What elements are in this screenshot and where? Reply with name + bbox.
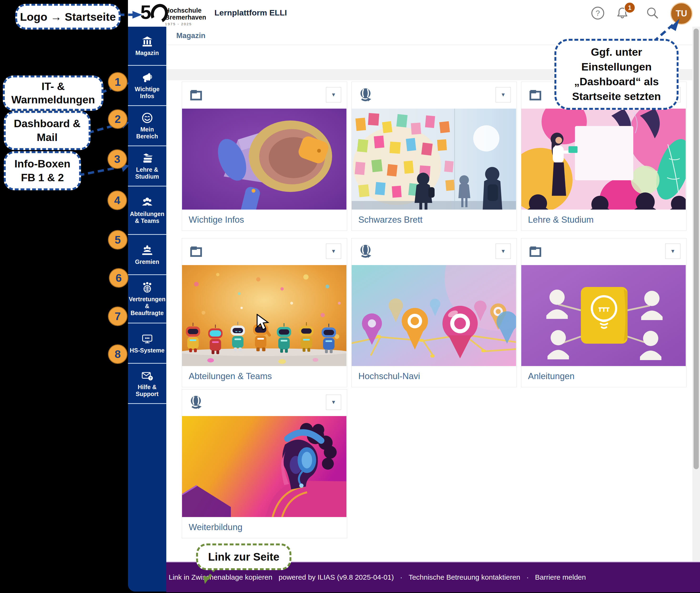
logo-50-number: 5 — [140, 3, 150, 22]
tile-actions-dropdown[interactable]: ▼ — [495, 87, 511, 103]
tile-weiterbildung: ▼ Weiterbildung — [182, 389, 347, 538]
sidebar-item-magazin[interactable]: Magazin — [128, 27, 166, 66]
callout-dashboard-startseite: Ggf. unter Einstellungen „Dashboard“ als… — [554, 39, 678, 110]
tile-image-presentation[interactable] — [521, 109, 686, 209]
tile-actions-dropdown[interactable]: ▼ — [326, 87, 341, 103]
footer-support-link[interactable]: Technische Betreuung kontaktieren — [409, 573, 520, 581]
callout-link-zur-seite: Link zur Seite — [196, 544, 291, 570]
tile-title-link[interactable]: Hochschul-Navi — [352, 366, 517, 387]
sidebar-item-label: Wichtige Infos — [128, 86, 166, 100]
sidebar-item-vertretungen-beauftragte[interactable]: Vertretungen & Beauftragte — [128, 275, 166, 323]
sidebar: Magazin Wichtige Infos Mein Bereich Lehr… — [128, 27, 166, 592]
tile-title-link[interactable]: Weiterbildung — [182, 517, 347, 538]
sidebar-item-label: Hilfe & Support — [128, 384, 166, 397]
sidebar-item-abteilungen-teams[interactable]: Abteilungen & Teams — [128, 187, 166, 235]
sidebar-item-lehre-studium[interactable]: Lehre & Studium — [128, 146, 166, 187]
logo-line2: Bremerhaven — [165, 14, 206, 21]
annotation-badge-8: 8 — [108, 344, 127, 364]
callout-it-warnmeldungen: IT- & Warnmeldungen — [3, 76, 103, 111]
sidebar-item-hs-systeme[interactable]: HS-Systeme — [128, 323, 166, 364]
mail-question-icon: ? — [141, 369, 153, 382]
globe-people-icon — [141, 281, 153, 294]
notification-count-badge: 1 — [624, 2, 635, 13]
annotation-badge-1: 1 — [108, 72, 127, 92]
footer-separator: · — [400, 573, 402, 581]
annotation-badge-2: 2 — [108, 109, 127, 129]
tile-image-robots[interactable] — [182, 265, 346, 366]
megaphone-icon — [141, 72, 153, 84]
tile-title-link[interactable]: Schwarzes Brett — [352, 209, 517, 230]
folder-icon — [189, 87, 204, 103]
tile-actions-dropdown[interactable]: ▼ — [495, 244, 511, 259]
help-icon[interactable]: ? — [591, 6, 605, 20]
sidebar-item-gremien[interactable]: Gremien — [128, 235, 166, 275]
callout-dashboard-mail: Dashboard & Mail — [4, 111, 90, 150]
annotation-badge-6: 6 — [109, 268, 128, 288]
tile-abteilungen-teams: ▼ — [182, 238, 347, 387]
weblink-icon — [189, 395, 204, 410]
tile-actions-dropdown[interactable]: ▼ — [326, 244, 341, 259]
weblink-icon — [358, 244, 374, 259]
tile-title-link[interactable]: Anleitungen — [521, 366, 686, 387]
hochschule-logo[interactable]: 5 Hochschule Bremerhaven 1975 - 2025 — [140, 3, 206, 26]
folder-icon — [189, 244, 204, 259]
smiley-icon — [141, 112, 153, 124]
weblink-icon — [358, 87, 374, 103]
tile-image-map-pins[interactable] — [352, 265, 516, 366]
page-title: Lernplattform ELLI — [214, 8, 287, 17]
annotation-badge-5: 5 — [108, 230, 127, 249]
tile-title-link[interactable]: Lehre & Studium — [521, 209, 686, 230]
footer-copy-link[interactable]: Link in Zwischenablage kopieren — [169, 573, 272, 581]
svg-text:?: ? — [149, 376, 151, 380]
sidebar-item-label: Vertretungen & Beauftragte — [128, 296, 166, 317]
tile-image-headphones-woman[interactable] — [182, 416, 346, 517]
avatar[interactable]: TU — [670, 2, 693, 25]
breadcrumb-magazin-link[interactable]: Magazin — [176, 32, 206, 40]
tile-actions-dropdown[interactable]: ▼ — [665, 244, 680, 259]
tile-schwarzes-brett: ▼ — [352, 82, 517, 231]
folder-icon — [528, 87, 543, 103]
svg-text:?: ? — [596, 9, 600, 17]
books-icon — [141, 152, 153, 164]
footer-barrier-link[interactable]: Barriere melden — [535, 573, 586, 581]
callout-info-boxen: Info-Boxen FB 1 & 2 — [4, 151, 81, 190]
sidebar-item-mein-bereich[interactable]: Mein Bereich — [128, 106, 166, 146]
logo-line1: Hochschule — [165, 7, 206, 14]
annotation-badge-4: 4 — [107, 191, 127, 210]
sidebar-item-label: Magazin — [134, 49, 160, 56]
tile-wichtige-infos: ▼ Wichtige Infos — [182, 82, 347, 231]
sidebar-item-label: Gremien — [134, 259, 160, 265]
tile-actions-dropdown[interactable]: ▼ — [326, 395, 341, 410]
sidebar-item-label: Lehre & Studium — [128, 166, 166, 180]
sidebar-item-label: HS-Systeme — [129, 347, 165, 354]
sidebar-item-hilfe-support[interactable]: ? Hilfe & Support — [128, 364, 166, 404]
callout-logo-startseite: Logo → Startseite — [15, 4, 120, 30]
tile-image-megaphone-3d[interactable] — [182, 109, 346, 209]
tile-title-link[interactable]: Abteilungen & Teams — [182, 366, 347, 387]
folder-icon — [528, 244, 543, 259]
people-group-icon — [141, 196, 153, 209]
annotation-badge-7: 7 — [108, 307, 127, 326]
tile-image-sticky-notes-wall[interactable] — [352, 109, 516, 209]
logo-years: 1975 - 2025 — [165, 22, 206, 26]
tile-anleitungen: ▼ Anleitungen — [521, 238, 687, 387]
people-in-hand-icon — [141, 244, 153, 256]
search-icon[interactable] — [646, 6, 659, 20]
footer-powered-by: powered by ILIAS (v9.8 2025-04-01) — [279, 573, 394, 581]
monitor-icon — [141, 333, 153, 345]
scrollbar-thumb[interactable] — [694, 29, 699, 469]
annotation-badge-3: 3 — [107, 149, 127, 169]
sidebar-item-wichtige-infos[interactable]: Wichtige Infos — [128, 66, 166, 106]
tile-image-lightbulb-network[interactable] — [521, 265, 686, 366]
footer-separator: · — [526, 573, 529, 581]
sidebar-item-label: Mein Bereich — [128, 126, 166, 140]
tile-hochschul-navi: ▼ — [352, 238, 517, 387]
bank-icon — [141, 35, 153, 48]
tile-title-link[interactable]: Wichtige Infos — [182, 209, 347, 230]
sidebar-item-label: Abteilungen & Teams — [128, 210, 166, 224]
app-header: 5 Hochschule Bremerhaven 1975 - 2025 Ler… — [128, 0, 700, 27]
